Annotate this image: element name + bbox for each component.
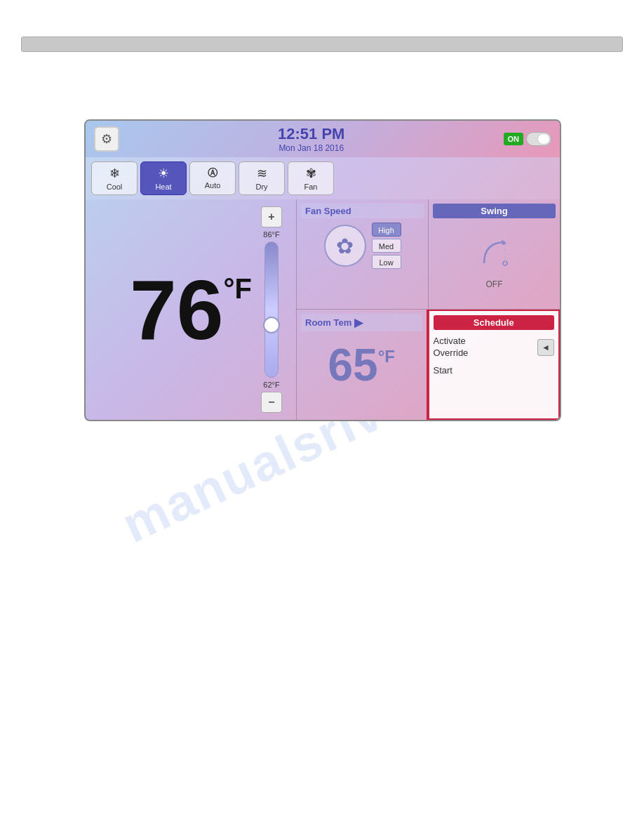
temp-increase-button[interactable]: + [261, 206, 282, 227]
swing-off-label: OFF [486, 279, 503, 289]
slider-min-label: 62°F [263, 380, 279, 389]
schedule-section: Schedule Activate Override ◄ Start [428, 310, 561, 420]
fan-spinning-icon: ✿ [336, 234, 354, 258]
mode-label-fan: Fan [304, 183, 318, 191]
swing-header: Swing [433, 204, 556, 218]
swing-icon [477, 235, 512, 277]
speed-med-button[interactable]: Med [372, 239, 401, 253]
fan-controls: ✿ High Med Low [301, 223, 424, 269]
thermostat-ui: ⚙ 12:51 PM Mon Jan 18 2016 ON ❄ Cool ☀ H… [84, 119, 561, 421]
swing-arc-icon [477, 235, 512, 270]
settings-button[interactable]: ⚙ [94, 126, 119, 152]
fan-speed-buttons: High Med Low [372, 223, 401, 269]
heat-icon: ☀ [158, 166, 169, 181]
room-temp-value: 65 °F [301, 336, 422, 416]
temp-decrease-button[interactable]: − [261, 392, 282, 413]
mode-button-heat[interactable]: ☀ Heat [140, 161, 187, 195]
mode-button-auto[interactable]: Ⓐ Auto [189, 161, 236, 195]
bottom-right-row: Room Tem ▶ 65 °F Schedule Activate Overr… [297, 310, 560, 420]
fan-speed-header: Fan Speed [301, 204, 424, 218]
power-toggle[interactable]: ON [504, 132, 552, 146]
fan-speed-section: Fan Speed ✿ High Med Low [297, 199, 429, 309]
slider-max-label: 86°F [263, 230, 279, 239]
top-right-row: Fan Speed ✿ High Med Low Swing [297, 199, 560, 310]
header-bar: ⚙ 12:51 PM Mon Jan 18 2016 ON [86, 121, 560, 157]
date-display: Mon Jan 18 2016 [119, 143, 504, 153]
speed-high-button[interactable]: High [372, 223, 401, 237]
override-line1: Activate [434, 336, 469, 348]
fan-icon: ✾ [306, 166, 316, 181]
override-label: Activate Override [434, 336, 469, 359]
left-panel: 76 °F + 86°F 62°F − [86, 199, 296, 420]
dry-icon: ≋ [257, 166, 267, 181]
override-arrow-button[interactable]: ◄ [537, 339, 554, 356]
mode-label-dry: Dry [255, 183, 267, 191]
gear-icon: ⚙ [101, 131, 112, 147]
slider-thumb[interactable] [263, 317, 280, 333]
fan-icon-circle: ✿ [324, 225, 366, 267]
room-temp-arrow-icon: ▶ [354, 316, 363, 329]
slider-track[interactable] [264, 241, 279, 378]
current-temp-display: 76 °F [130, 267, 252, 352]
cool-icon: ❄ [109, 166, 120, 181]
toggle-track[interactable] [526, 132, 551, 146]
current-temp-unit: °F [224, 274, 252, 303]
room-temp-label: Room Tem [305, 317, 351, 328]
main-content: 76 °F + 86°F 62°F − Fan Speed [86, 199, 560, 420]
time-display: 12:51 PM [119, 125, 504, 143]
room-temp-header: Room Tem ▶ [301, 314, 422, 331]
mode-label-heat: Heat [155, 183, 171, 191]
temperature-slider: + 86°F 62°F − [261, 206, 282, 413]
power-on-label: ON [504, 133, 524, 145]
room-temp-section: Room Tem ▶ 65 °F [297, 310, 428, 420]
override-row: Activate Override ◄ [434, 336, 555, 359]
mode-row: ❄ Cool ☀ Heat Ⓐ Auto ≋ Dry ✾ Fan [86, 157, 560, 199]
mode-button-cool[interactable]: ❄ Cool [91, 161, 137, 195]
top-bar [21, 37, 623, 52]
right-panel: Fan Speed ✿ High Med Low Swing [296, 199, 560, 420]
mode-button-dry[interactable]: ≋ Dry [239, 161, 285, 195]
override-line2: Override [434, 348, 469, 359]
toggle-thumb [537, 133, 550, 145]
swing-section: Swing OFF [429, 199, 560, 309]
swing-display: OFF [433, 223, 556, 301]
schedule-header: Schedule [434, 315, 555, 330]
mode-button-fan[interactable]: ✾ Fan [288, 161, 334, 195]
time-section: 12:51 PM Mon Jan 18 2016 [119, 125, 504, 153]
mode-label-cool: Cool [107, 183, 123, 191]
mode-label-auto: Auto [205, 181, 221, 190]
current-temp-number: 76 [130, 267, 223, 352]
speed-low-button[interactable]: Low [372, 255, 401, 269]
room-temp-number: 65 [328, 343, 378, 388]
room-temp-unit: °F [378, 347, 395, 366]
auto-icon: Ⓐ [208, 167, 217, 180]
schedule-start-label: Start [434, 365, 555, 376]
